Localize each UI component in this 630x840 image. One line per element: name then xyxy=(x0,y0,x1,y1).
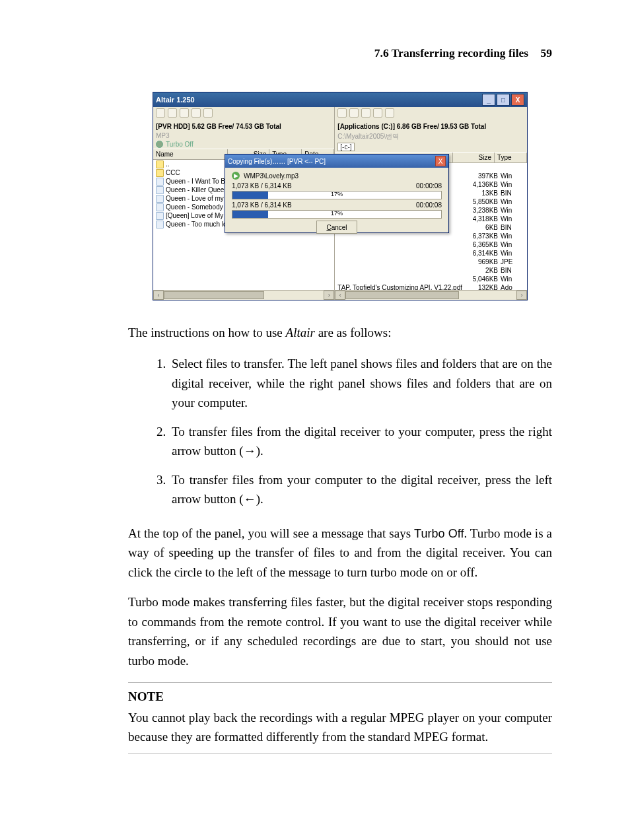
altair-window: Altair 1.250 _ □ X [PVR HDD] 5.62 GB Fre… xyxy=(153,92,528,300)
left-scrollbar[interactable]: ‹ › xyxy=(153,290,334,300)
intro: The instructions on how to use Altair ar… xyxy=(128,323,552,342)
step-3: To transfer files from your computer to … xyxy=(169,470,552,509)
scroll-right-icon[interactable]: › xyxy=(324,291,334,300)
step-1: Select files to transfer. The left panel… xyxy=(169,354,552,412)
file-type: Win xyxy=(498,197,524,206)
turbo-para-1: At the top of the panel, you will see a … xyxy=(128,524,552,582)
file-icon xyxy=(156,195,164,203)
file-size: 13KB xyxy=(462,189,498,197)
file-size: 5,850KB xyxy=(462,197,498,206)
dialog-title: Copying File(s)…… [PVR <-- PC] xyxy=(228,158,326,165)
toolbar-icon[interactable] xyxy=(373,108,382,118)
col-size[interactable]: Size xyxy=(453,153,495,162)
toolbar-icon[interactable] xyxy=(361,108,370,118)
turbo-label: Turbo Off xyxy=(166,141,193,148)
dialog-time-2: 00:00:08 xyxy=(416,201,442,209)
cancel-rest: ancel xyxy=(332,224,347,231)
file-type: BIN xyxy=(498,266,524,275)
file-row[interactable]: 5,046KBWin xyxy=(335,275,527,283)
dialog-progress-text-2: 1,073 KB / 6,314 KB xyxy=(232,201,292,209)
toolbar-icon[interactable] xyxy=(180,108,189,118)
scroll-right-icon[interactable]: › xyxy=(516,291,527,300)
file-type: BIN xyxy=(498,189,524,197)
drive-dropdown[interactable]: [-c-] xyxy=(337,143,354,151)
toolbar-icon[interactable] xyxy=(203,108,213,118)
file-size: 5,046KB xyxy=(462,275,498,283)
file-type: JPE xyxy=(498,258,524,266)
note-heading: NOTE xyxy=(128,682,552,704)
note-body: You cannot play back the recordings with… xyxy=(128,708,552,754)
file-size: 6,314KB xyxy=(462,249,498,258)
app-title: Altair 1.250 xyxy=(156,96,195,104)
file-row[interactable]: 6,314KBWin xyxy=(335,249,527,258)
file-type: Win xyxy=(498,180,524,189)
file-type: BIN xyxy=(498,223,524,232)
title-bar[interactable]: Altair 1.250 _ □ X xyxy=(153,92,527,107)
dialog-time: 00:00:08 xyxy=(416,182,442,190)
file-size xyxy=(462,163,498,172)
progress-percent-2: 17% xyxy=(331,210,343,217)
progress-percent: 17% xyxy=(331,191,343,197)
page-number: 59 xyxy=(541,46,553,59)
step-2: To transfer files from the digital recei… xyxy=(169,422,552,461)
file-row[interactable]: 6,365KBWin xyxy=(335,240,527,249)
dialog-progress-text: 1,073 KB / 6,314 KB xyxy=(232,182,292,190)
right-toolbar[interactable] xyxy=(335,107,527,122)
file-size: 4,136KB xyxy=(462,180,498,189)
file-size: 4,318KB xyxy=(462,215,498,223)
file-type: Ado xyxy=(498,283,524,290)
folder-icon xyxy=(156,169,164,177)
left-toolbar[interactable] xyxy=(153,107,334,122)
turbo-icon[interactable] xyxy=(156,141,163,148)
dialog-titlebar[interactable]: Copying File(s)…… [PVR <-- PC] X xyxy=(225,155,448,168)
file-icon xyxy=(156,186,164,194)
steps-list: Select files to transfer. The left panel… xyxy=(128,354,552,508)
progress-bar-2: 17% xyxy=(232,210,442,219)
toolbar-icon[interactable] xyxy=(385,108,394,118)
file-row[interactable]: 969KBJPE xyxy=(335,258,527,266)
turbo-toggle[interactable]: Turbo Off xyxy=(153,140,334,149)
toolbar-icon[interactable] xyxy=(337,108,347,118)
file-type xyxy=(498,163,524,172)
drive-selector[interactable]: [-c-] xyxy=(335,142,527,152)
file-size: 6KB xyxy=(462,223,498,232)
maximize-button[interactable]: □ xyxy=(497,94,510,106)
left-path: MP3 xyxy=(153,131,334,140)
turbo-para-2: Turbo mode makes transferring files fast… xyxy=(128,592,552,670)
cancel-button[interactable]: Cancel xyxy=(316,221,357,234)
file-size: 969KB xyxy=(462,258,498,266)
right-path: C:\Myaltair2005\번역 xyxy=(335,131,527,142)
file-icon xyxy=(156,221,164,228)
file-size: 6,365KB xyxy=(462,240,498,249)
file-size: 3,238KB xyxy=(462,206,498,215)
scroll-left-icon[interactable]: ‹ xyxy=(153,291,164,300)
close-button[interactable]: X xyxy=(511,94,524,106)
file-row[interactable]: 2KBBIN xyxy=(335,266,527,275)
file-icon xyxy=(156,212,164,220)
toolbar-icon[interactable] xyxy=(168,108,177,118)
dialog-close-button[interactable]: X xyxy=(435,156,446,166)
toolbar-icon[interactable] xyxy=(156,108,165,118)
file-name: .. xyxy=(166,160,170,168)
scroll-left-icon[interactable]: ‹ xyxy=(335,291,345,300)
file-icon xyxy=(156,178,164,186)
file-type: Win xyxy=(498,232,524,240)
col-name[interactable]: Name xyxy=(153,149,228,159)
file-size: 132KB xyxy=(462,283,498,290)
file-icon xyxy=(156,203,164,211)
folder-icon xyxy=(156,160,164,168)
col-type[interactable]: Type xyxy=(495,153,527,162)
right-scrollbar[interactable]: ‹ › xyxy=(335,290,527,300)
minimize-button[interactable]: _ xyxy=(482,94,495,106)
file-size: 2KB xyxy=(462,266,498,275)
toolbar-icon[interactable] xyxy=(192,108,201,118)
file-size: 397KB xyxy=(462,172,498,180)
copy-dialog: Copying File(s)…… [PVR <-- PC] X ▶ WMP3\… xyxy=(225,154,449,233)
section-title: 7.6 Transferring recording files xyxy=(374,46,528,59)
running-head: 7.6 Transferring recording files 59 xyxy=(128,46,552,60)
toolbar-icon[interactable] xyxy=(349,108,359,118)
file-type: Win xyxy=(498,249,524,258)
file-row[interactable]: TAP, Topfield's Customizing API, V1.22.p… xyxy=(335,283,527,290)
file-name: CCC xyxy=(166,169,180,176)
file-type: Win xyxy=(498,275,524,283)
